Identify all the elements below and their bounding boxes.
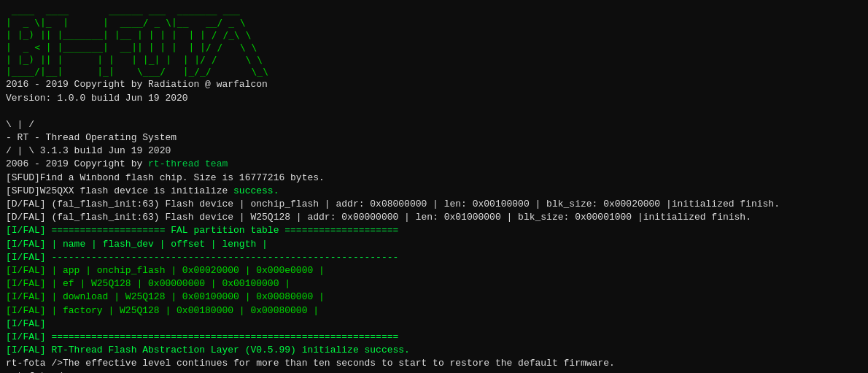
sfud2-prefix: [SFUD]W25QXX flash device is initialize: [6, 185, 233, 196]
ifal-app-text: [I/FAL] | app | onchip_flash | 0x0002000…: [6, 265, 325, 276]
ifal-download-text: [I/FAL] | download | W25Q128 | 0x0010000…: [6, 291, 325, 302]
ifal-success-text: success.: [364, 345, 409, 355]
ifal-header-text: [I/FAL] | name | flash_dev | offset | le…: [6, 239, 268, 250]
rtthread-copyright: 2006 - 2019 Copyright by rt-thread team: [6, 158, 862, 171]
ifal-sep2: [I/FAL] --------------------------------…: [6, 251, 862, 264]
copyright-line: 2016 - 2019 Copyright by Radiation @ war…: [6, 78, 862, 91]
version-line: Version: 1.0.0 build Jun 19 2020: [6, 92, 862, 105]
sfud-line2: [SFUD]W25QXX flash device is initialize …: [6, 185, 862, 198]
ifal-download-row: [I/FAL] | download | W25Q128 | 0x0010000…: [6, 291, 862, 304]
logo-art: ____ ____ ______ ___ _______ ___ | _ \|_…: [6, 4, 862, 78]
ifal-ef-row: [I/FAL] | ef | W25Q128 | 0x00000000 | 0x…: [6, 277, 862, 291]
logo-slash: \ | /: [6, 119, 34, 130]
dfal1-text: [D/FAL] (fal_flash_init:63) Flash device…: [6, 199, 780, 209]
sfud1-text: [SFUD]Find a Winbond flash chip. Size is…: [6, 172, 325, 183]
ifal-blank: [I/FAL]: [6, 318, 862, 331]
rtfota-info-text: rt-fota />The effective level continues …: [6, 358, 615, 369]
rtthread-logo1: \ | /: [6, 118, 862, 131]
prompt-line1: >rt-fota />: [6, 370, 862, 373]
terminal-window: ____ ____ ______ ___ _______ ___ | _ \|_…: [0, 0, 868, 373]
rt-copyright-prefix: 2006 - 2019 Copyright by: [6, 158, 148, 169]
ifal-blank-text: [I/FAL]: [6, 318, 46, 329]
ifal-header-row: [I/FAL] | name | flash_dev | offset | le…: [6, 238, 862, 251]
ifal-success-prefix: [I/FAL] RT-Thread Flash Abstraction Laye…: [6, 345, 364, 355]
ifal-ef-text: [I/FAL] | ef | W25Q128 | 0x00000000 | 0x…: [6, 278, 290, 289]
ifal-sep2-text: [I/FAL] --------------------------------…: [6, 252, 398, 263]
sfud-line1: [SFUD]Find a Winbond flash chip. Size is…: [6, 172, 862, 185]
version-text: Version: 1.0.0 build Jun 19 2020: [6, 93, 188, 104]
ifal-app-row: [I/FAL] | app | onchip_flash | 0x0002000…: [6, 264, 862, 277]
ifal-sep1: [I/FAL] ==================== FAL partiti…: [6, 224, 862, 237]
ifal-sep3-text: [I/FAL] ================================…: [6, 331, 398, 342]
rtthread-logo2: - RT - Thread Operating System: [6, 131, 862, 145]
sfud2-success: success.: [233, 185, 279, 196]
rt-label: - RT - Thread Operating System: [6, 132, 177, 143]
dfal-line2: [D/FAL] (fal_flash_init:63) Flash device…: [6, 211, 862, 224]
copyright-text: 2016 - 2019 Copyright by Radiation @ war…: [6, 79, 268, 90]
ifal-factory-text: [I/FAL] | factory | W25Q128 | 0x00180000…: [6, 305, 319, 316]
rtthread-logo3: / | \ 3.1.3 build Jun 19 2020: [6, 145, 862, 158]
rtfota-info-line: rt-fota />The effective level continues …: [6, 357, 862, 370]
ifal-factory-row: [I/FAL] | factory | W25Q128 | 0x00180000…: [6, 304, 862, 318]
rt-thread-team-text: rt-thread team: [148, 158, 228, 169]
ascii-art-logo: ____ ____ ______ ___ _______ ___ | _ \|_…: [6, 4, 862, 78]
dfal-line1: [D/FAL] (fal_flash_init:63) Flash device…: [6, 198, 862, 211]
dfal2-text: [D/FAL] (fal_flash_init:63) Flash device…: [6, 212, 751, 223]
ifal-sep3: [I/FAL] ================================…: [6, 331, 862, 344]
ifal-sep1-text: [I/FAL] ==================== FAL partiti…: [6, 225, 398, 236]
ifal-success-line: [I/FAL] RT-Thread Flash Abstraction Laye…: [6, 344, 862, 357]
slash-label: / | \ 3.1.3 build Jun 19 2020: [6, 145, 171, 156]
